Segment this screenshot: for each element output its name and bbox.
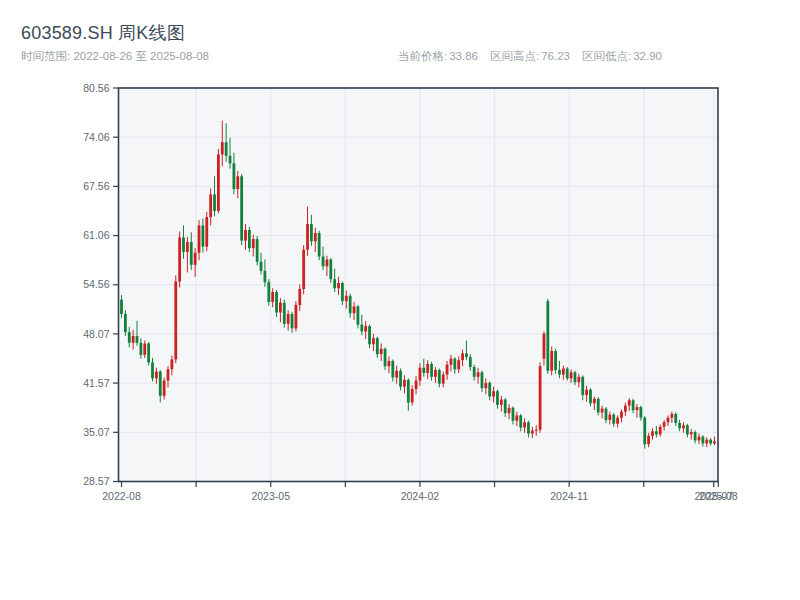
candle bbox=[178, 232, 181, 288]
candle bbox=[174, 275, 177, 363]
x-tick-label: 2024-11 bbox=[550, 490, 588, 502]
y-tick-label: 74.06 bbox=[83, 131, 109, 143]
y-tick-label: 35.07 bbox=[83, 426, 109, 438]
y-tick-label: 28.57 bbox=[83, 475, 109, 487]
y-tick-label: 48.07 bbox=[83, 328, 109, 340]
candle bbox=[147, 342, 150, 365]
candle bbox=[256, 236, 259, 266]
kline-chart: 80.5674.0667.5661.0654.5648.0741.5735.07… bbox=[0, 0, 800, 600]
candle bbox=[295, 301, 298, 331]
candle bbox=[205, 212, 208, 251]
y-tick-label: 61.06 bbox=[83, 229, 109, 241]
candle bbox=[267, 279, 270, 305]
candle bbox=[546, 299, 549, 374]
y-tick-label: 54.56 bbox=[83, 278, 109, 290]
x-tick-label: 2025-08 bbox=[699, 490, 738, 502]
candle bbox=[643, 416, 646, 449]
candle bbox=[240, 174, 243, 245]
candle bbox=[539, 362, 542, 432]
kline-page: 603589.SH 周K线图 时间范围: 2022-08-26 至 2025-0… bbox=[0, 0, 800, 600]
candle bbox=[318, 231, 321, 261]
y-tick-label: 80.56 bbox=[83, 82, 109, 94]
candle bbox=[217, 149, 220, 213]
x-tick-label: 2023-05 bbox=[251, 490, 290, 502]
candle bbox=[302, 245, 305, 294]
y-tick-label: 41.57 bbox=[83, 377, 109, 389]
candle bbox=[124, 310, 127, 336]
x-tick-label: 2024-02 bbox=[401, 490, 440, 502]
x-tick-label: 2022-08 bbox=[102, 490, 141, 502]
candle bbox=[283, 300, 286, 328]
y-tick-label: 67.56 bbox=[83, 180, 109, 192]
